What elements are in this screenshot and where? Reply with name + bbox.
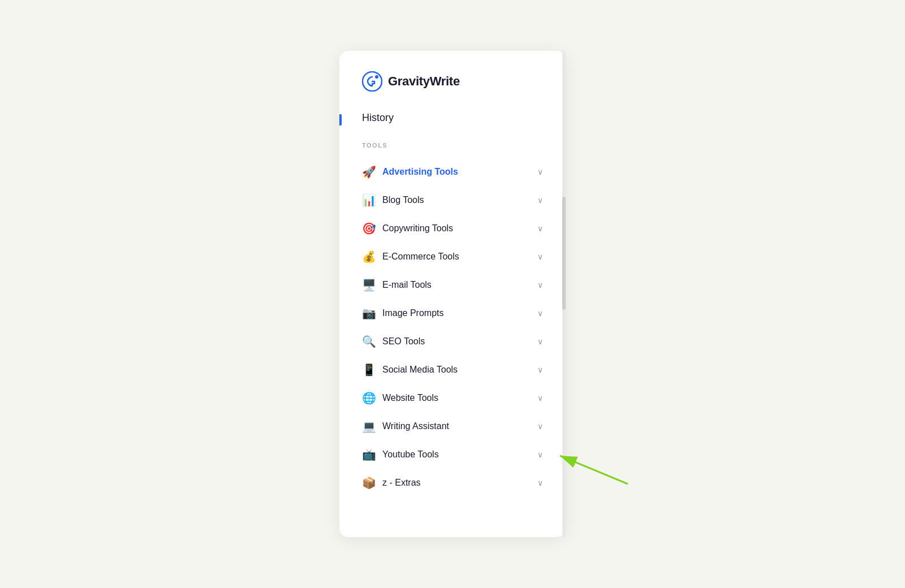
- seo-label: SEO Tools: [382, 336, 425, 347]
- youtube-label: Youtube Tools: [382, 449, 439, 460]
- sidebar-item-seo[interactable]: 🔍 SEO Tools ∨: [339, 327, 566, 356]
- sidebar-item-advertising[interactable]: 🚀 Advertising Tools ∨: [339, 158, 566, 186]
- advertising-icon: 🚀: [362, 165, 376, 179]
- copywriting-chevron: ∨: [537, 224, 543, 233]
- svg-point-1: [375, 75, 378, 79]
- extras-icon: 📦: [362, 476, 376, 490]
- copywriting-icon: 🎯: [362, 222, 376, 235]
- tools-list: 🚀 Advertising Tools ∨ 📊 Blog Tools ∨ 🎯 C…: [339, 158, 566, 497]
- copywriting-label: Copywriting Tools: [382, 223, 453, 234]
- blog-icon: 📊: [362, 193, 376, 207]
- email-icon: 🖥️: [362, 278, 376, 292]
- scrollbar[interactable]: [562, 51, 566, 537]
- blog-chevron: ∨: [537, 196, 543, 205]
- website-label: Website Tools: [382, 393, 438, 403]
- page-container: GravityWrite History TOOLS 🚀 Advertising…: [0, 0, 905, 588]
- sidebar-item-copywriting[interactable]: 🎯 Copywriting Tools ∨: [339, 214, 566, 243]
- extras-label: z - Extras: [382, 478, 421, 488]
- image-prompts-label: Image Prompts: [382, 308, 443, 318]
- youtube-chevron: ∨: [537, 450, 543, 459]
- sidebar-item-website[interactable]: 🌐 Website Tools ∨: [339, 384, 566, 412]
- sidebar-item-social-media[interactable]: 📱 Social Media Tools ∨: [339, 356, 566, 384]
- sidebar-item-image-prompts[interactable]: 📷 Image Prompts ∨: [339, 299, 566, 327]
- social-media-chevron: ∨: [537, 365, 543, 374]
- history-nav-item[interactable]: History: [339, 107, 566, 128]
- youtube-icon: 📺: [362, 448, 376, 461]
- logo-section: GravityWrite: [339, 71, 566, 92]
- writing-chevron: ∨: [537, 422, 543, 431]
- sidebar-item-email[interactable]: 🖥️ E-mail Tools ∨: [339, 271, 566, 299]
- sidebar-item-writing[interactable]: 💻 Writing Assistant ∨: [339, 412, 566, 440]
- email-chevron: ∨: [537, 280, 543, 289]
- seo-chevron: ∨: [537, 337, 543, 346]
- ecommerce-icon: 💰: [362, 250, 376, 263]
- sidebar: GravityWrite History TOOLS 🚀 Advertising…: [339, 51, 566, 537]
- writing-icon: 💻: [362, 420, 376, 433]
- brand-name: GravityWrite: [388, 74, 460, 89]
- social-media-icon: 📱: [362, 363, 376, 377]
- sidebar-item-extras[interactable]: 📦 z - Extras ∨: [339, 469, 566, 497]
- blog-label: Blog Tools: [382, 195, 424, 205]
- seo-icon: 🔍: [362, 335, 376, 348]
- website-chevron: ∨: [537, 394, 543, 403]
- sidebar-item-ecommerce[interactable]: 💰 E-Commerce Tools ∨: [339, 243, 566, 271]
- extras-chevron: ∨: [537, 478, 543, 487]
- social-media-label: Social Media Tools: [382, 365, 458, 375]
- email-label: E-mail Tools: [382, 280, 432, 290]
- sidebar-item-blog[interactable]: 📊 Blog Tools ∨: [339, 186, 566, 214]
- ecommerce-chevron: ∨: [537, 252, 543, 261]
- scrollbar-thumb[interactable]: [562, 197, 566, 310]
- advertising-chevron: ∨: [537, 167, 543, 176]
- advertising-label: Advertising Tools: [382, 167, 458, 177]
- tools-section-label: TOOLS: [339, 142, 566, 149]
- sidebar-item-youtube[interactable]: 📺 Youtube Tools ∨: [339, 440, 566, 469]
- writing-label: Writing Assistant: [382, 421, 449, 431]
- image-prompts-chevron: ∨: [537, 309, 543, 318]
- ecommerce-label: E-Commerce Tools: [382, 252, 459, 262]
- image-prompts-icon: 📷: [362, 306, 376, 320]
- active-indicator: [339, 114, 342, 126]
- website-icon: 🌐: [362, 391, 376, 405]
- logo-icon: [362, 71, 382, 92]
